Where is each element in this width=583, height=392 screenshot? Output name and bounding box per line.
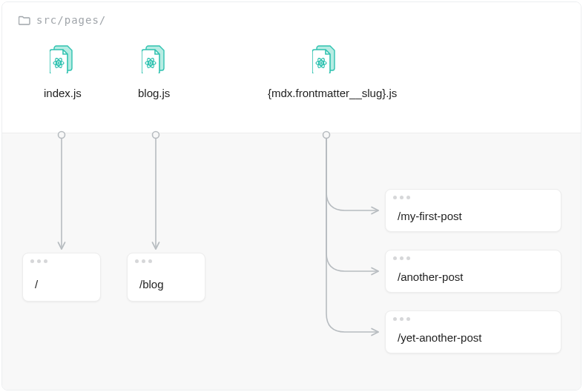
window-dots-icon — [393, 256, 410, 260]
page-path-post2: /another-post — [398, 270, 463, 283]
page-card-blog: /blog — [127, 253, 205, 302]
breadcrumb-path: src/pages/ — [36, 14, 106, 26]
react-file-icon — [312, 45, 337, 76]
page-card-root: / — [22, 253, 101, 302]
file-node-slug: {mdx.frontmatter__slug}.js — [268, 45, 397, 99]
file-label-slug: {mdx.frontmatter__slug}.js — [268, 87, 397, 99]
svg-point-0 — [58, 62, 60, 64]
page-card-post2: /another-post — [385, 250, 561, 293]
page-path-post3: /yet-another-post — [398, 331, 481, 344]
file-label-index: index.js — [44, 87, 82, 99]
diagram-frame: src/pages/ index.js — [1, 1, 582, 391]
react-file-icon — [50, 45, 75, 76]
svg-point-8 — [320, 62, 322, 64]
page-path-root: / — [35, 278, 38, 290]
file-node-blog: blog.js — [138, 45, 170, 99]
window-dots-icon — [135, 259, 152, 263]
page-card-post1: /my-first-post — [385, 189, 561, 232]
folder-icon — [19, 15, 30, 25]
breadcrumb: src/pages/ — [19, 14, 106, 26]
file-node-index: index.js — [44, 45, 82, 99]
react-file-icon — [142, 45, 167, 76]
window-dots-icon — [30, 259, 47, 263]
page-path-post1: /my-first-post — [398, 210, 462, 222]
window-dots-icon — [393, 196, 410, 199]
window-dots-icon — [393, 317, 410, 321]
page-path-blog: /blog — [139, 278, 164, 290]
file-label-blog: blog.js — [138, 87, 170, 99]
page-card-post3: /yet-another-post — [385, 310, 561, 353]
svg-point-4 — [149, 62, 151, 64]
